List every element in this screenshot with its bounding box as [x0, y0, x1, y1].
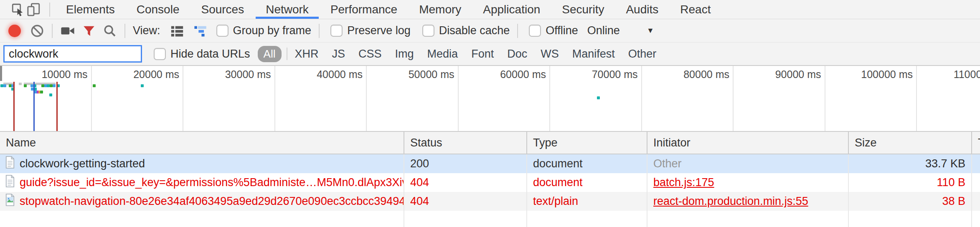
throttling-select-value[interactable]: Online	[587, 24, 620, 37]
filter-input[interactable]	[3, 45, 142, 63]
tab-react[interactable]: React	[680, 0, 711, 19]
timeline-request-dot	[30, 84, 33, 87]
devtools-window: Elements Console Sources Network Perform…	[0, 0, 980, 227]
filter-other[interactable]: Other	[628, 48, 657, 61]
tab-console[interactable]: Console	[137, 0, 180, 19]
request-size: 38 B	[849, 192, 972, 211]
tab-sources[interactable]: Sources	[201, 0, 244, 19]
request-name: clockwork-getting-started	[20, 157, 145, 170]
timeline-total-bar	[19, 83, 22, 85]
toolbar-divider	[49, 3, 50, 17]
timeline-event-line	[33, 82, 35, 131]
table-empty-area	[0, 211, 980, 227]
column-header-size[interactable]: Size	[849, 132, 972, 154]
tab-audits[interactable]: Audits	[626, 0, 658, 19]
column-header-status[interactable]: Status	[404, 132, 527, 154]
timeline-request-dot	[40, 91, 43, 93]
list-view-icon[interactable]	[170, 24, 185, 38]
timeline-overview[interactable]: 10000 ms20000 ms30000 ms40000 ms50000 ms…	[0, 66, 980, 132]
timeline-tick-label: 100000 ms	[825, 66, 917, 131]
tab-network[interactable]: Network	[266, 0, 309, 19]
hide-data-urls-checkbox[interactable]	[154, 48, 166, 60]
waterfall-view-icon[interactable]	[193, 24, 209, 38]
record-button[interactable]	[8, 25, 21, 37]
disable-cache-label: Disable cache	[439, 24, 510, 37]
timeline-event-line	[13, 82, 15, 131]
column-header-name[interactable]: Name	[0, 132, 404, 154]
request-type: document	[527, 173, 647, 192]
filter-css[interactable]: CSS	[358, 48, 382, 61]
filter-manifest[interactable]: Manifest	[572, 48, 615, 61]
tab-performance[interactable]: Performance	[330, 0, 397, 19]
offline-label: Offline	[546, 24, 578, 37]
table-row[interactable]: stopwatch-navigation-80e26e34af4063495a9…	[0, 192, 980, 211]
tab-security[interactable]: Security	[562, 0, 604, 19]
timeline-request-dot	[0, 84, 3, 87]
timeline-request-dot	[24, 84, 27, 87]
timeline-ticks: 10000 ms20000 ms30000 ms40000 ms50000 ms…	[0, 66, 980, 131]
request-name: stopwatch-navigation-80e26e34af4063495a9…	[20, 195, 404, 208]
tab-memory[interactable]: Memory	[419, 0, 461, 19]
chevron-down-icon[interactable]: ▼	[647, 26, 654, 35]
timeline-request-dot	[49, 93, 52, 96]
timeline-tick-label: 90000 ms	[734, 66, 825, 131]
request-type: text/plain	[527, 192, 647, 211]
tab-elements[interactable]: Elements	[66, 0, 115, 19]
column-header-time[interactable]: Ti	[972, 132, 980, 154]
group-by-frame-label: Group by frame	[233, 24, 312, 37]
column-header-type[interactable]: Type	[527, 132, 647, 154]
filter-icon[interactable]	[82, 24, 96, 38]
timeline-request-dot	[93, 84, 96, 87]
timeline-request-dot	[50, 84, 53, 87]
disable-cache-checkbox[interactable]	[422, 25, 434, 37]
timeline-event-line	[56, 82, 58, 131]
initiator-link[interactable]: react-dom.production.min.js:55	[653, 195, 808, 208]
device-toolbar-icon[interactable]	[26, 2, 42, 17]
filter-img[interactable]: Img	[395, 48, 414, 61]
clear-button[interactable]	[30, 24, 44, 38]
timeline-tick-label: 80000 ms	[642, 66, 734, 131]
request-name: guide?issue_id=&issue_key=&permissions%5…	[20, 176, 404, 189]
filter-js[interactable]: JS	[332, 48, 345, 61]
offline-checkbox[interactable]	[529, 25, 541, 37]
timeline-tick-label: 40000 ms	[275, 66, 367, 131]
filter-all-pill[interactable]: All	[258, 46, 282, 62]
initiator-link[interactable]: batch.js:175	[653, 176, 714, 189]
request-type: document	[527, 154, 647, 173]
search-icon[interactable]	[103, 24, 117, 38]
panel-tabs: Elements Console Sources Network Perform…	[66, 0, 711, 19]
view-label: View:	[133, 24, 160, 37]
timeline-tick-label: 110000 ms	[917, 66, 980, 131]
image-file-icon	[5, 194, 15, 209]
timeline-request-dot	[141, 84, 144, 87]
filter-doc[interactable]: Doc	[507, 48, 527, 61]
request-size: 33.7 KB	[849, 154, 972, 173]
request-initiator: Other	[653, 157, 682, 170]
document-file-icon	[5, 156, 15, 172]
preserve-log-label: Preserve log	[347, 24, 411, 37]
table-row[interactable]: clockwork-getting-started 200 document O…	[0, 154, 980, 173]
devtools-tabbar: Elements Console Sources Network Perform…	[0, 0, 980, 19]
timeline-tick-label: 20000 ms	[92, 66, 184, 131]
request-size: 110 B	[849, 173, 972, 192]
tab-application[interactable]: Application	[483, 0, 540, 19]
timeline-tick-label: 60000 ms	[459, 66, 551, 131]
filter-font[interactable]: Font	[471, 48, 494, 61]
filter-media[interactable]: Media	[427, 48, 458, 61]
timeline-tick-label: 70000 ms	[550, 66, 642, 131]
column-header-initiator[interactable]: Initiator	[647, 132, 849, 154]
timeline-request-dot	[3, 84, 6, 87]
inspect-element-icon[interactable]	[10, 2, 26, 17]
filter-ws[interactable]: WS	[541, 48, 559, 61]
timeline-left-handle[interactable]	[0, 66, 2, 81]
resource-type-filters: XHR JS CSS Img Media Font Doc WS Manifes…	[295, 48, 657, 61]
screenshot-capture-icon[interactable]	[60, 24, 75, 38]
network-toolbar: View: Group by frame Preserve log Disabl…	[0, 19, 980, 43]
filter-xhr[interactable]: XHR	[295, 48, 319, 61]
document-file-icon	[5, 175, 15, 190]
timeline-request-dot	[47, 84, 50, 87]
table-row[interactable]: guide?issue_id=&issue_key=&permissions%5…	[0, 173, 980, 192]
group-by-frame-checkbox[interactable]	[216, 25, 228, 37]
timeline-request-dot	[53, 84, 56, 87]
preserve-log-checkbox[interactable]	[330, 25, 343, 37]
